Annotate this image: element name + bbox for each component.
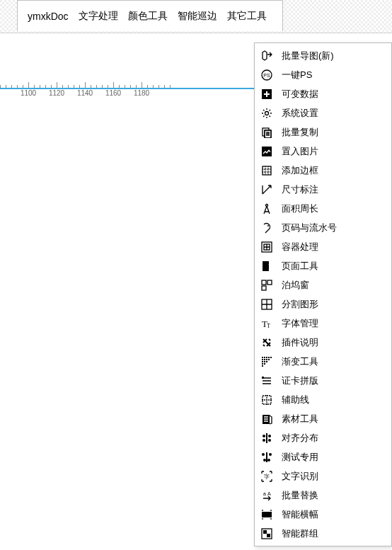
menu-item-label: 对齐分布 — [282, 432, 386, 445]
menu-item-21[interactable]: 测试专用 — [255, 447, 391, 466]
ruler-number: 1140 — [77, 89, 93, 97]
menu-item-label: 渐变工具 — [282, 355, 386, 368]
svg-text:PS: PS — [263, 73, 270, 78]
svg-rect-35 — [262, 365, 263, 367]
ocr-icon: 字 — [260, 470, 273, 483]
page-tool-icon — [260, 260, 273, 273]
dimension-icon — [260, 183, 273, 196]
svg-point-11 — [267, 225, 269, 227]
container-icon — [260, 241, 273, 253]
menu-item-1[interactable]: PS一键PS — [255, 65, 391, 84]
tab-group-2[interactable]: 智能巡边 — [178, 10, 217, 23]
menu-item-11[interactable]: 页面工具 — [255, 256, 391, 275]
plus-square-icon — [260, 88, 273, 101]
compass-icon — [260, 202, 273, 215]
menu-item-9[interactable]: 页码与流水号 — [255, 218, 391, 237]
menu-item-23[interactable]: aA批量替换 — [255, 486, 391, 505]
menu-item-17[interactable]: 证卡拼版 — [255, 371, 391, 390]
menu-item-14[interactable]: TT字体管理 — [255, 314, 391, 333]
copy-icon — [260, 126, 273, 139]
group-icon — [260, 527, 273, 540]
svg-point-39 — [263, 435, 265, 437]
menu-item-24[interactable]: 智能横幅 — [255, 505, 391, 524]
menu-item-6[interactable]: 添加边框 — [255, 161, 391, 180]
menu-item-25[interactable]: 智能群组 — [255, 524, 391, 543]
page-number-icon — [260, 222, 273, 234]
tab-group-1[interactable]: 颜色工具 — [128, 10, 168, 23]
menu-item-13[interactable]: 分割图形 — [255, 294, 391, 314]
menu-item-label: 智能群组 — [282, 527, 386, 540]
svg-rect-26 — [262, 359, 263, 360]
guide-icon — [260, 394, 273, 406]
align-icon — [260, 432, 273, 445]
svg-point-42 — [268, 439, 271, 442]
menu-item-label: 文字识别 — [282, 470, 386, 483]
menu-item-label: 辅助线 — [282, 394, 386, 406]
menu-item-label: 插件说明 — [282, 336, 386, 349]
menu-item-label: 容器处理 — [282, 241, 386, 253]
menu-item-18[interactable]: 辅助线 — [255, 390, 391, 409]
svg-point-40 — [268, 435, 271, 437]
menu-item-22[interactable]: 字文字识别 — [255, 466, 391, 486]
svg-rect-27 — [264, 359, 265, 360]
svg-rect-34 — [264, 363, 265, 365]
svg-point-3 — [265, 111, 269, 115]
svg-rect-17 — [262, 286, 266, 290]
ruler-number: 1100 — [21, 89, 36, 97]
menu-item-10[interactable]: 容器处理 — [255, 237, 391, 256]
svg-rect-28 — [266, 359, 267, 360]
menu-item-label: 泊坞窗 — [282, 279, 386, 292]
tab-group-0[interactable]: 文字处理 — [79, 10, 118, 23]
menu-item-label: 系统设置 — [282, 107, 386, 120]
menu-item-8[interactable]: 面积周长 — [255, 199, 391, 218]
svg-rect-53 — [267, 534, 270, 537]
menu-item-label: 尺寸标注 — [282, 183, 386, 196]
menu-item-0[interactable]: 批量导图(新) — [255, 46, 391, 65]
svg-rect-21 — [262, 357, 263, 358]
svg-rect-9 — [263, 166, 271, 175]
menu-item-label: 页面工具 — [282, 260, 386, 273]
svg-rect-30 — [262, 361, 263, 362]
menu-item-label: 证卡拼版 — [282, 374, 386, 387]
svg-rect-36 — [262, 377, 264, 379]
svg-text:字: 字 — [264, 474, 270, 480]
document-tab[interactable]: ymxkDoc 文字处理 颜色工具 智能巡边 其它工具 — [17, 0, 283, 31]
menu-item-5[interactable]: 置入图片 — [255, 142, 391, 161]
menu-item-label: 智能横幅 — [282, 508, 386, 521]
svg-point-41 — [263, 439, 265, 442]
svg-point-45 — [263, 459, 266, 462]
asset-icon — [260, 413, 273, 425]
tab-group-3[interactable]: 其它工具 — [227, 10, 267, 23]
svg-rect-52 — [263, 530, 267, 534]
menu-item-2[interactable]: 可变数据 — [255, 84, 391, 103]
menu-item-label: 批量替换 — [282, 489, 386, 502]
place-image-icon — [260, 145, 273, 158]
dock-icon — [260, 279, 273, 292]
menu-item-7[interactable]: 尺寸标注 — [255, 180, 391, 199]
svg-text:a: a — [263, 491, 266, 496]
svg-point-44 — [269, 453, 272, 456]
menu-item-label: 素材工具 — [282, 413, 386, 425]
menu-item-label: 可变数据 — [282, 88, 386, 101]
menu-item-16[interactable]: 渐变工具 — [255, 352, 391, 371]
svg-rect-50 — [262, 512, 272, 517]
svg-point-43 — [262, 453, 265, 456]
menu-item-4[interactable]: 批量复制 — [255, 122, 391, 142]
menu-item-12[interactable]: 泊坞窗 — [255, 275, 391, 294]
menu-item-3[interactable]: 系统设置 — [255, 103, 391, 122]
menu-item-label: 测试专用 — [282, 451, 386, 464]
menu-item-label: 页码与流水号 — [282, 222, 386, 234]
svg-rect-32 — [266, 361, 267, 362]
banner-icon — [260, 508, 273, 521]
svg-text:A: A — [267, 491, 271, 496]
menu-item-19[interactable]: 素材工具 — [255, 409, 391, 428]
menu-item-20[interactable]: 对齐分布 — [255, 428, 391, 447]
menu-item-15[interactable]: 插件说明 — [255, 333, 391, 352]
svg-rect-14 — [263, 261, 269, 271]
plugin-icon — [260, 336, 273, 349]
ruler-number: 1180 — [134, 89, 149, 97]
svg-rect-23 — [266, 357, 267, 358]
ruler-number: 1160 — [105, 89, 121, 97]
menu-item-label: 批量导图(新) — [282, 50, 386, 62]
svg-text:T: T — [267, 323, 270, 329]
